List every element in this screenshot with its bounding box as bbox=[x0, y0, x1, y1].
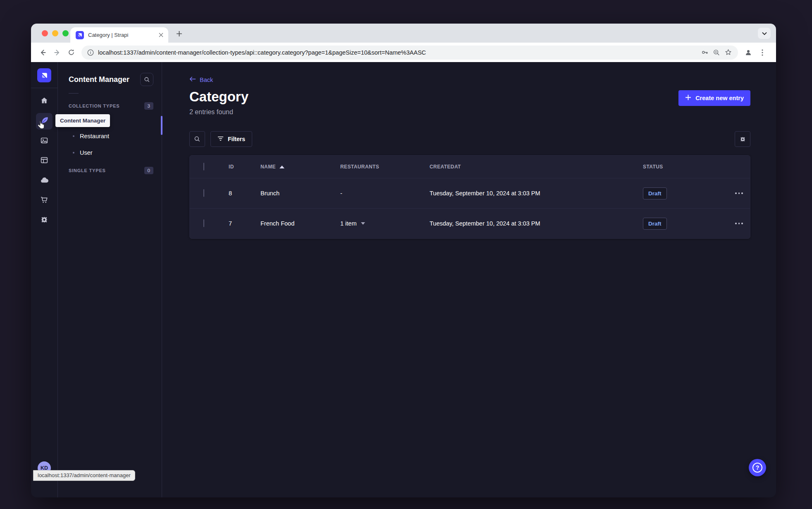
collection-types-count-badge: 3 bbox=[144, 102, 153, 110]
strapi-admin: KD Content Manager COLLECTION TYPES 3 bbox=[31, 62, 776, 497]
table-row[interactable]: 8 Brunch - Tuesday, September 10, 2024 a… bbox=[190, 178, 750, 208]
bullet-icon bbox=[73, 152, 74, 154]
zoom-window-button[interactable] bbox=[62, 30, 69, 36]
question-mark-icon: ? bbox=[752, 463, 762, 473]
cell-restaurants: - bbox=[340, 190, 430, 197]
subnav-title: Content Manager bbox=[69, 75, 129, 84]
zoom-page-icon[interactable] bbox=[713, 49, 720, 56]
rail-divider bbox=[31, 88, 58, 88]
cloud-icon bbox=[40, 175, 49, 187]
single-types-count-badge: 0 bbox=[144, 167, 153, 174]
page-title: Category bbox=[189, 89, 248, 105]
link-preview-statusbar: localhost:1337/admin/content-manager bbox=[33, 470, 135, 481]
reload-icon[interactable] bbox=[65, 46, 77, 59]
browser-menu-icon[interactable] bbox=[756, 46, 769, 59]
row-actions-menu-icon[interactable] bbox=[735, 192, 750, 194]
password-key-icon[interactable] bbox=[701, 48, 709, 56]
single-types-label: SINGLE TYPES bbox=[69, 168, 106, 173]
row-checkbox[interactable] bbox=[203, 219, 204, 227]
site-info-icon[interactable] bbox=[87, 49, 94, 56]
table-row[interactable]: 7 French Food 1 item Tuesday, September … bbox=[190, 208, 750, 238]
browser-tab-strip: Category | Strapi bbox=[31, 24, 776, 43]
content-manager-tooltip: Content Manager bbox=[55, 114, 110, 127]
strapi-favicon-icon bbox=[76, 31, 84, 39]
sidebar-item-content-type-builder[interactable] bbox=[36, 153, 53, 169]
content-type-builder-icon bbox=[40, 156, 49, 166]
cell-id: 8 bbox=[229, 190, 260, 197]
column-header-createdat[interactable]: CREATEDAT bbox=[430, 164, 643, 170]
close-window-button[interactable] bbox=[42, 30, 48, 36]
window-controls bbox=[42, 30, 69, 36]
table-search-button[interactable] bbox=[189, 131, 205, 147]
subnav-item-label: Restaurant bbox=[80, 133, 109, 139]
status-badge: Draft bbox=[643, 187, 667, 199]
row-actions-menu-icon[interactable] bbox=[735, 223, 750, 224]
mouse-hand-cursor bbox=[37, 121, 45, 132]
bookmark-star-icon[interactable] bbox=[724, 48, 732, 56]
tab-close-icon[interactable] bbox=[157, 31, 165, 39]
cell-createdat: Tuesday, September 10, 2024 at 3:03 PM bbox=[430, 220, 643, 227]
sidebar-item-marketplace[interactable] bbox=[36, 192, 53, 209]
cell-name: Brunch bbox=[260, 190, 340, 197]
sort-ascending-icon bbox=[279, 166, 284, 168]
subnav-search-button[interactable] bbox=[140, 73, 153, 86]
row-checkbox[interactable] bbox=[203, 189, 204, 197]
content-manager-subnav: Content Manager COLLECTION TYPES 3 Categ… bbox=[58, 62, 162, 497]
back-arrow-icon bbox=[189, 76, 196, 83]
column-header-id[interactable]: ID bbox=[229, 164, 260, 170]
subnav-item-label: User bbox=[80, 149, 93, 156]
entries-count: 2 entries found bbox=[189, 108, 248, 116]
gear-icon bbox=[40, 215, 49, 226]
browser-window: Category | Strapi localhost:1337/admin/c… bbox=[31, 24, 776, 497]
list-toolbar: Filters bbox=[189, 131, 750, 147]
back-link[interactable]: Back bbox=[189, 76, 213, 83]
column-header-status[interactable]: STATUS bbox=[643, 164, 724, 170]
cell-restaurants-dropdown[interactable]: 1 item bbox=[340, 220, 430, 227]
table-header-row: ID NAME RESTAURANTS CREATEDAT STATUS bbox=[190, 156, 750, 178]
strapi-logo[interactable] bbox=[37, 68, 51, 82]
sidebar-item-deploy[interactable] bbox=[36, 173, 53, 189]
create-new-entry-button[interactable]: Create new entry bbox=[678, 90, 750, 106]
collection-types-label: COLLECTION TYPES bbox=[69, 103, 119, 108]
plus-icon bbox=[685, 94, 691, 102]
help-button[interactable]: ? bbox=[749, 459, 766, 476]
status-badge: Draft bbox=[643, 218, 667, 230]
minimize-window-button[interactable] bbox=[52, 30, 58, 36]
cell-createdat: Tuesday, September 10, 2024 at 3:03 PM bbox=[430, 190, 643, 197]
browser-tab[interactable]: Category | Strapi bbox=[70, 27, 168, 43]
select-all-checkbox[interactable] bbox=[203, 163, 204, 170]
new-tab-button[interactable] bbox=[174, 29, 184, 38]
entries-table: ID NAME RESTAURANTS CREATEDAT STATUS 8 B… bbox=[189, 155, 750, 239]
browser-toolbar: localhost:1337/admin/content-manager/col… bbox=[31, 43, 776, 62]
column-header-name-label: NAME bbox=[260, 164, 276, 170]
cart-icon bbox=[40, 195, 49, 206]
subnav-divider bbox=[69, 93, 79, 94]
subnav-item-restaurant[interactable]: Restaurant bbox=[69, 128, 153, 144]
view-settings-button[interactable] bbox=[735, 131, 750, 147]
address-bar[interactable]: localhost:1337/admin/content-manager/col… bbox=[81, 46, 738, 60]
filter-icon bbox=[217, 136, 224, 142]
forward-icon[interactable] bbox=[51, 46, 63, 59]
column-header-name[interactable]: NAME bbox=[260, 164, 340, 170]
active-item-indicator bbox=[161, 116, 162, 135]
tab-search-chevron-icon[interactable] bbox=[758, 28, 771, 39]
main-content: Back Category 2 entries found Create new… bbox=[162, 62, 776, 497]
subnav-item-user[interactable]: User bbox=[69, 144, 153, 161]
sidebar-item-home[interactable] bbox=[36, 93, 53, 110]
main-nav-rail: KD bbox=[31, 62, 58, 497]
filters-button[interactable]: Filters bbox=[210, 131, 252, 147]
create-new-entry-label: Create new entry bbox=[695, 95, 744, 101]
profile-icon[interactable] bbox=[742, 46, 755, 59]
cell-id: 7 bbox=[229, 220, 260, 227]
cell-restaurants-label: 1 item bbox=[340, 220, 357, 227]
back-label: Back bbox=[200, 77, 213, 83]
media-library-icon bbox=[40, 136, 49, 146]
filters-label: Filters bbox=[228, 136, 245, 142]
tab-title: Category | Strapi bbox=[88, 32, 157, 38]
column-header-restaurants[interactable]: RESTAURANTS bbox=[340, 164, 430, 170]
back-icon[interactable] bbox=[37, 46, 49, 59]
sidebar-item-settings[interactable] bbox=[36, 212, 53, 229]
sidebar-item-media-library[interactable] bbox=[36, 133, 53, 149]
url-text[interactable]: localhost:1337/admin/content-manager/col… bbox=[98, 49, 697, 56]
chevron-down-icon bbox=[361, 222, 365, 225]
